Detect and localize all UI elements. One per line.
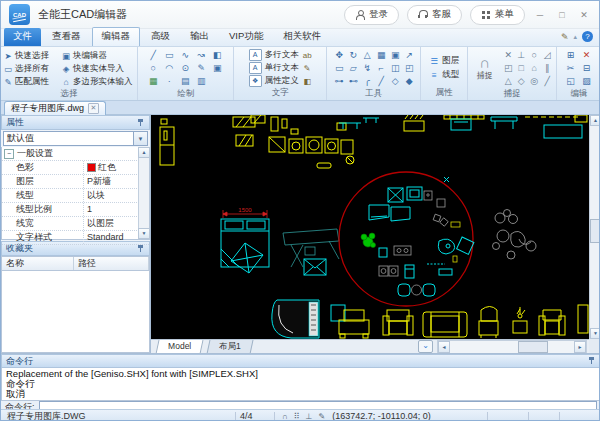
text-frame-icon[interactable]: ◧ bbox=[303, 76, 312, 87]
snap-toggle-button[interactable]: ∩ 捕捉 bbox=[472, 56, 498, 81]
canvas-hscrollbar[interactable]: ◄ ► bbox=[437, 340, 587, 354]
select-all-button[interactable]: ▭选择所有 bbox=[3, 63, 61, 75]
stretch-tool-icon[interactable]: ▭ bbox=[332, 62, 347, 75]
quick-select-button[interactable]: ➤快速选择 bbox=[3, 50, 61, 62]
quick-entity-import-button[interactable]: ◈快速实体导入 bbox=[61, 63, 135, 75]
snap-extension-icon[interactable]: ╱ bbox=[540, 75, 555, 88]
paste-icon[interactable]: ⊟ bbox=[579, 62, 594, 75]
polygon-entity-button[interactable]: ⌂多边形实体输入 bbox=[61, 76, 135, 88]
mtext-button[interactable]: A多行文本 bbox=[249, 49, 299, 61]
array-tool-icon[interactable]: ▦ bbox=[374, 49, 389, 62]
attribute-define-button[interactable]: ❖属性定义 bbox=[249, 75, 299, 87]
tab-vip[interactable]: VIP功能 bbox=[220, 28, 272, 46]
pin-icon[interactable] bbox=[137, 119, 145, 127]
block-tool-icon[interactable]: ▣ bbox=[210, 62, 225, 75]
tab-advanced[interactable]: 高级 bbox=[142, 28, 179, 46]
scroll-left-icon[interactable]: ◄ bbox=[438, 341, 450, 353]
property-row-textstyle[interactable]: 文字样式 Standard bbox=[2, 231, 149, 245]
hscroll-thumb[interactable] bbox=[518, 341, 548, 353]
align-tool-icon[interactable]: ◰ bbox=[402, 62, 417, 75]
table-tool-icon[interactable]: ▥ bbox=[194, 75, 209, 88]
scroll-up-icon[interactable]: ▲ bbox=[590, 115, 600, 126]
explode-tool-icon[interactable]: ◆ bbox=[402, 75, 417, 88]
measure-tool-icon[interactable]: ⊷ bbox=[346, 75, 361, 88]
block-editor-button[interactable]: ▣块编辑器 bbox=[61, 50, 135, 62]
property-row-ltscale[interactable]: 线型比例 1 bbox=[2, 203, 149, 217]
circle-tool-icon[interactable]: ○ bbox=[146, 62, 161, 75]
document-tab[interactable]: 程子专用图库.dwg ✕ bbox=[4, 101, 106, 115]
tab-viewer[interactable]: 查看器 bbox=[43, 28, 90, 46]
spline-tool-icon[interactable]: ∿ bbox=[178, 49, 193, 62]
help-icon[interactable]: ? bbox=[582, 31, 593, 42]
break-tool-icon[interactable]: ⌐ bbox=[374, 62, 389, 75]
trim-tool-icon[interactable]: ▱ bbox=[346, 62, 361, 75]
linetype-status-icon[interactable]: ✎ bbox=[316, 412, 329, 421]
rotate-tool-icon[interactable]: ↻ bbox=[346, 49, 361, 62]
ortho-status-icon[interactable]: ⊥ bbox=[303, 412, 316, 421]
tab-model[interactable]: Model bbox=[156, 340, 204, 354]
scroll-down-icon[interactable]: ▼ bbox=[138, 228, 150, 239]
layer-button[interactable]: ☰图层 bbox=[429, 55, 459, 68]
hatch-tool-icon[interactable]: ▦ bbox=[146, 75, 161, 88]
favorites-list[interactable] bbox=[1, 271, 150, 353]
edit-mode-icon[interactable]: ✎ bbox=[561, 32, 569, 42]
snap-parallel-icon[interactable]: ∥ bbox=[540, 62, 555, 75]
text-button[interactable]: A单行文本 bbox=[249, 62, 299, 74]
arc-tool-icon[interactable]: ◠ bbox=[162, 62, 177, 75]
chevron-down-icon[interactable]: ▼ bbox=[133, 132, 147, 145]
linetype-button[interactable]: ≡线型 bbox=[429, 69, 459, 82]
maximize-button[interactable]: □ bbox=[555, 10, 569, 20]
tab-file[interactable]: 文件 bbox=[4, 28, 41, 46]
tab-layout1[interactable]: 布局1 bbox=[207, 340, 254, 354]
rectangle-tool-icon[interactable]: ▭ bbox=[162, 49, 177, 62]
cut-icon[interactable]: ✂ bbox=[563, 62, 578, 75]
login-button[interactable]: 登录 bbox=[344, 5, 399, 25]
snap-status-icon[interactable]: ∩ bbox=[279, 412, 291, 421]
match-properties-button[interactable]: ✎匹配属性 bbox=[3, 76, 61, 88]
close-button[interactable]: ✕ bbox=[577, 10, 591, 20]
pin-icon[interactable] bbox=[588, 357, 596, 365]
drawing-canvas[interactable]: 1500 bbox=[151, 115, 589, 339]
cloud-tool-icon[interactable]: ◧ bbox=[210, 49, 225, 62]
snap-nearest-icon[interactable]: ◿ bbox=[540, 49, 555, 62]
tab-editor[interactable]: 编辑器 bbox=[92, 27, 141, 46]
minimize-button[interactable]: ─ bbox=[533, 10, 547, 20]
sketch-tool-icon[interactable]: ✎ bbox=[194, 62, 209, 75]
move-tool-icon[interactable]: ✥ bbox=[332, 49, 347, 62]
chamfer-tool-icon[interactable]: ╱ bbox=[374, 75, 389, 88]
preset-dropdown[interactable]: 默认值 ▼ bbox=[3, 131, 148, 146]
fillet-tool-icon[interactable]: ╭ bbox=[360, 75, 375, 88]
property-group-row[interactable]: − 一般设置 bbox=[2, 147, 149, 161]
region-tool-icon[interactable]: ▤ bbox=[178, 75, 193, 88]
point-tool-icon[interactable]: · bbox=[162, 75, 177, 88]
ellipse-tool-icon[interactable]: ⊙ bbox=[178, 62, 193, 75]
join-tool-icon[interactable]: ◫ bbox=[388, 62, 403, 75]
property-row-layer[interactable]: 图层 P新墙 bbox=[2, 175, 149, 189]
scroll-right-icon[interactable]: ► bbox=[574, 341, 586, 353]
text-case-icon[interactable]: ab bbox=[303, 50, 312, 61]
collapse-ribbon-icon[interactable]: ▴ bbox=[573, 33, 577, 41]
divide-tool-icon[interactable]: ◇ bbox=[388, 75, 403, 88]
property-row-linetype[interactable]: 线型 以块 bbox=[2, 189, 149, 203]
favorites-col-path[interactable]: 路径 bbox=[74, 257, 149, 270]
menu-button[interactable]: 菜单 bbox=[470, 5, 525, 25]
extend-tool-icon[interactable]: ↯ bbox=[360, 62, 375, 75]
offset-tool-icon[interactable]: ▣ bbox=[388, 49, 403, 62]
clone-icon[interactable]: ◱ bbox=[563, 75, 578, 88]
document-close-icon[interactable]: ✕ bbox=[88, 103, 99, 114]
pin-icon[interactable] bbox=[137, 245, 145, 253]
line-tool-icon[interactable]: ╱ bbox=[146, 49, 161, 62]
command-history[interactable]: Replacement of the [Geniso.SHX] font wit… bbox=[1, 368, 600, 401]
copy-icon[interactable]: ⊞ bbox=[563, 49, 578, 62]
text-edit-icon[interactable]: ✎ bbox=[303, 63, 312, 74]
grid-status-icon[interactable]: ⠿ bbox=[291, 412, 303, 421]
mirror-tool-icon[interactable]: △ bbox=[360, 49, 375, 62]
customer-service-button[interactable]: 客服 bbox=[407, 5, 462, 25]
lengthen-tool-icon[interactable]: ⊶ bbox=[332, 75, 347, 88]
properties-scrollbar[interactable]: ▲ ▼ bbox=[138, 147, 149, 239]
sheet-tab-menu-icon[interactable]: ⌄ bbox=[418, 340, 433, 353]
tab-related[interactable]: 相关软件 bbox=[274, 28, 330, 46]
scroll-down-icon[interactable]: ▼ bbox=[590, 328, 600, 339]
insert-icon[interactable]: ▨ bbox=[579, 75, 594, 88]
scroll-up-icon[interactable]: ▲ bbox=[138, 147, 150, 158]
